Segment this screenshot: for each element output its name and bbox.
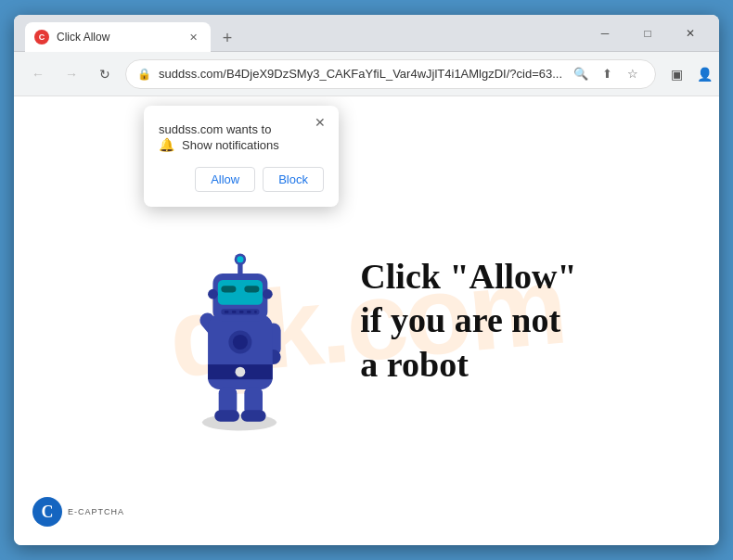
svg-point-26	[263, 289, 273, 299]
url-actions: 🔍 ⬆ ☆	[570, 63, 644, 85]
tab-favicon: C	[34, 30, 49, 45]
popup-notification-label: Show notifications	[182, 138, 279, 152]
svg-rect-29	[215, 410, 240, 422]
svg-rect-20	[247, 311, 251, 313]
svg-rect-17	[225, 311, 228, 313]
svg-rect-30	[241, 410, 266, 422]
url-bar[interactable]: 🔒 suddss.com/B4DjeX9DzSMy3_CAKFaYfiL_Var…	[125, 59, 656, 89]
address-bar: ← → ↻ 🔒 suddss.com/B4DjeX9DzSMy3_CAKFaYf…	[14, 52, 719, 96]
toolbar-icons: ▣ 👤 ⋮	[663, 61, 719, 87]
content-area: Click "Allow" if you are not a robot	[14, 96, 719, 545]
url-text: suddss.com/B4DjeX9DzSMy3_CAKFaYfiL_Var4w…	[159, 67, 562, 81]
popup-title: suddss.com wants to	[159, 122, 289, 136]
popup-close-button[interactable]: ✕	[311, 113, 329, 132]
search-icon[interactable]: 🔍	[570, 63, 592, 85]
forward-button[interactable]: →	[58, 61, 84, 87]
popup-notification-row: 🔔 Show notifications	[159, 137, 324, 152]
svg-rect-15	[245, 286, 260, 292]
allow-button[interactable]: Allow	[195, 167, 255, 192]
main-text-line3: a robot	[360, 343, 576, 388]
browser-window: C Click Allow ✕ + ─ □ ✕ ← → ↻ 🔒 suddss.c…	[14, 15, 719, 545]
tab-title: Click Allow	[57, 31, 177, 44]
active-tab[interactable]: C Click Allow ✕	[25, 22, 211, 52]
refresh-button[interactable]: ↻	[92, 61, 118, 87]
bookmark-icon[interactable]: ☆	[622, 63, 644, 85]
svg-rect-14	[222, 286, 237, 292]
svg-rect-21	[254, 311, 257, 313]
tab-bar: C Click Allow ✕ +	[25, 15, 584, 51]
popup-buttons: Allow Block	[159, 167, 324, 192]
notification-popup: suddss.com wants to ✕ 🔔 Show notificatio…	[144, 106, 339, 207]
block-button[interactable]: Block	[263, 167, 324, 192]
minimize-button[interactable]: ─	[584, 15, 626, 52]
main-text: Click "Allow" if you are not a robot	[360, 255, 576, 388]
page-body: Click "Allow" if you are not a robot	[137, 185, 595, 457]
svg-point-9	[236, 367, 246, 377]
split-view-icon[interactable]: ▣	[663, 61, 689, 87]
svg-rect-18	[232, 311, 236, 313]
window-controls: ─ □ ✕	[584, 15, 712, 52]
svg-point-25	[208, 289, 218, 299]
profile-icon[interactable]: 👤	[691, 61, 717, 87]
page-content: djk.com suddss.com wants to ✕ 🔔 Show not…	[14, 96, 719, 545]
svg-point-24	[238, 256, 244, 262]
svg-point-11	[233, 335, 248, 350]
main-text-line1: Click "Allow"	[360, 255, 576, 299]
svg-rect-19	[239, 311, 243, 313]
robot-area	[156, 203, 341, 439]
title-bar: C Click Allow ✕ + ─ □ ✕	[14, 15, 719, 52]
back-button[interactable]: ←	[25, 61, 51, 87]
close-button[interactable]: ✕	[669, 15, 712, 52]
maximize-button[interactable]: □	[626, 15, 669, 52]
lock-icon: 🔒	[137, 68, 151, 81]
tab-close-button[interactable]: ✕	[185, 29, 201, 45]
main-text-line2: if you are not	[360, 299, 576, 343]
share-icon[interactable]: ⬆	[596, 63, 618, 85]
bell-icon: 🔔	[159, 137, 174, 152]
new-tab-button[interactable]: +	[214, 25, 240, 51]
robot-svg	[156, 203, 323, 435]
